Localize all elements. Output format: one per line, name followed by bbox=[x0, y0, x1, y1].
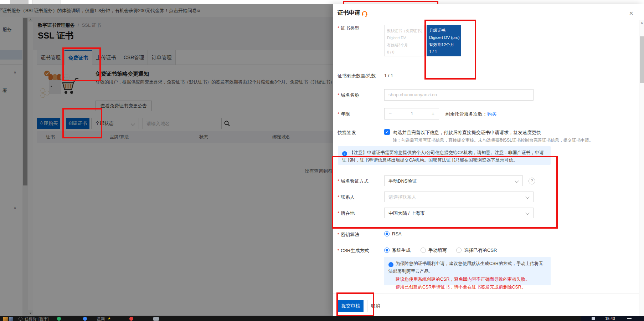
years-stepper[interactable]: − 1 + bbox=[384, 108, 439, 119]
scrollbar-thumb[interactable] bbox=[640, 36, 644, 83]
field-label-years: *年限 bbox=[338, 111, 350, 117]
taskbar-thumbnail[interactable] bbox=[3, 317, 8, 321]
taskbar-clock[interactable]: 15:43 bbox=[605, 316, 615, 321]
taskbar-week-label: 星期 bbox=[97, 316, 105, 321]
radio-selected-icon bbox=[384, 231, 390, 236]
field-label-csr: *CSR生成方式 bbox=[338, 248, 369, 254]
annotation-box-create-cert bbox=[62, 108, 102, 138]
csr-radio-system[interactable]: 系统生成 bbox=[384, 247, 411, 254]
csr-radio-manual[interactable]: 手动填写 bbox=[421, 247, 447, 254]
drawer-scrollbar[interactable]: ∧ bbox=[639, 20, 644, 316]
plus-icon[interactable]: + bbox=[427, 108, 439, 119]
info-icon: i bbox=[342, 151, 347, 156]
browser-tab-stub[interactable] bbox=[10, 0, 29, 4]
annotation-box-top-partial bbox=[343, 1, 438, 4]
browser-icon[interactable] bbox=[83, 317, 87, 321]
close-icon[interactable]: × bbox=[627, 9, 635, 18]
taskbar-thumbnail[interactable] bbox=[9, 317, 13, 321]
annotation-box-submit bbox=[336, 292, 374, 317]
csr-notice-line3: 使用已创建的CSR申请证书，请不要在证书签发完成前删除CSR。 bbox=[388, 283, 546, 291]
csr-notice-box: i为保障您的证书顺利申请，建议您使用默认生成CSR的方式，手动上传将无法部署到阿… bbox=[384, 257, 551, 285]
radio-selected-icon bbox=[384, 248, 390, 253]
field-label-domain: *域名名称 bbox=[338, 92, 359, 98]
drawer-footer-divider bbox=[333, 294, 644, 294]
years-value[interactable]: 1 bbox=[396, 108, 428, 119]
red-app-icon[interactable] bbox=[129, 317, 133, 321]
modal-mask[interactable] bbox=[0, 4, 333, 316]
taskbar-tray: 15:43 bbox=[581, 316, 644, 321]
info-icon: i bbox=[388, 262, 393, 267]
clock-app-icon[interactable] bbox=[19, 317, 22, 321]
csr-radio-existing[interactable]: 选择已有的CSR bbox=[456, 247, 497, 254]
annotation-box-free-cert-tab bbox=[62, 47, 101, 81]
minus-icon[interactable]: − bbox=[385, 108, 396, 119]
csr-notice-line2: 建议您使用系统创建的CSR，避免因内容不正确而导致的审核失败。 bbox=[388, 275, 546, 283]
quick-issue-note: 注：勾选后可填写证书信息，直接提交审核。未勾选需要到SSL证书控制台完善证书信息… bbox=[393, 137, 593, 143]
domain-name-input[interactable]: shop.chunxuanyanzi.cn bbox=[384, 89, 534, 101]
tray-notification-icon[interactable] bbox=[627, 318, 632, 319]
console-background: 字证书服务（SSL证书服务）的体验调研，仅需1-3分钟，有机会获得200元代金券… bbox=[0, 4, 333, 316]
browser-tab-stub[interactable] bbox=[32, 0, 61, 4]
scroll-up-icon[interactable]: ∧ bbox=[639, 20, 644, 26]
tray-icon[interactable] bbox=[592, 317, 595, 320]
remaining-value: 1 / 1 bbox=[384, 73, 393, 78]
annotation-box-upgrade-card bbox=[424, 20, 476, 80]
star-icon[interactable]: ★ bbox=[108, 316, 111, 320]
customer-service-icon[interactable] bbox=[361, 10, 368, 17]
csr-notice-line1: 为保障您的证书顺利申请，建议您使用默认生成CSR的方式，手动上传将无法部署到阿里… bbox=[388, 261, 543, 274]
app-icon[interactable] bbox=[153, 317, 159, 321]
drawer-title: 证书申请 bbox=[338, 9, 360, 17]
radio-icon bbox=[456, 248, 462, 253]
cert-type-card-default[interactable]: 默认证书（免费证书） Digicert DV 有效期3个月 0 / 0 bbox=[384, 25, 424, 56]
windows-taskbar: 任柄前: [握手] 星期 ★ 15:43 bbox=[0, 316, 644, 321]
quick-issue-text: 勾选并且完善以下信息，付款后将直接提交证书申请请求，签发速度更快 bbox=[393, 129, 541, 136]
wechat-icon[interactable] bbox=[57, 317, 61, 321]
field-label-cert-type: *证书类型 bbox=[338, 25, 359, 31]
buy-hosting-link[interactable]: 购买 bbox=[487, 111, 496, 117]
radio-icon bbox=[421, 248, 426, 253]
strip-divider bbox=[595, 0, 595, 4]
taskbar-chat-preview[interactable]: 任柄前: [握手] bbox=[25, 316, 48, 321]
annotation-box-form-fields bbox=[332, 156, 558, 229]
key-algo-radio-rsa[interactable]: RSA bbox=[384, 231, 402, 236]
drawer-header-divider bbox=[333, 19, 644, 19]
hosting-remaining-label: 剩余托管服务次数： bbox=[445, 111, 487, 117]
field-label-remaining: 证书剩余数量/总数 bbox=[338, 73, 376, 79]
quick-issue-checkbox[interactable]: ✓ bbox=[384, 129, 390, 135]
screen: 字证书服务（SSL证书服务）的体验调研，仅需1-3分钟，有机会获得200元代金券… bbox=[0, 0, 644, 321]
field-label-quick-issue: 快捷签发 bbox=[338, 129, 356, 136]
field-label-key-algo: *密钥算法 bbox=[338, 231, 359, 238]
